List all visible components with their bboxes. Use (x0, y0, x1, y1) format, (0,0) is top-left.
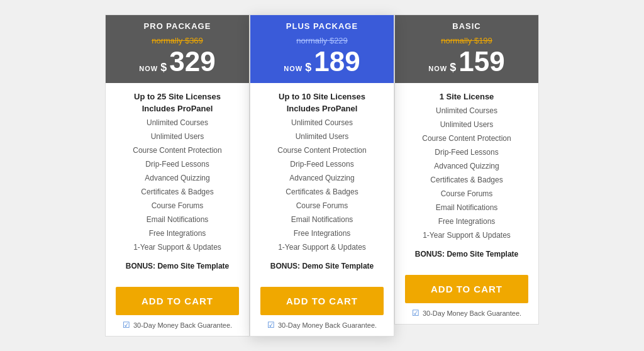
guarantee-plus: ☑30-Day Money Back Guarantee. (260, 320, 384, 330)
plan-bonus-plus: BONUS: Demo Site Template (260, 262, 384, 270)
feature-item: Drip-Feed Lessons (405, 145, 528, 159)
feature-item: Up to 25 Site Licenses (116, 92, 239, 101)
feature-item: 1-Year Support & Updates (405, 228, 528, 242)
plan-plus: PLUS PACKAGEnormally $229NOW$189Up to 10… (250, 14, 394, 337)
feature-item: Course Content Protection (116, 143, 239, 157)
plan-header-pro: PRO PACKAGEnormally $369NOW$329 (106, 15, 249, 83)
add-to-cart-button-pro[interactable]: ADD TO CART (116, 287, 239, 315)
plan-footer-plus: ADD TO CART☑30-Day Money Back Guarantee. (250, 279, 394, 336)
feature-item: Drip-Feed Lessons (260, 157, 384, 171)
feature-item: Unlimited Courses (260, 116, 384, 130)
plan-features-plus: Up to 10 Site LicensesIncludes ProPanelU… (250, 83, 394, 279)
check-icon: ☑ (267, 320, 275, 330)
feature-item: Unlimited Users (405, 118, 528, 131)
plan-price-row-pro: NOW$329 (111, 48, 244, 75)
plan-features-basic: 1 Site LicenseUnlimited CoursesUnlimited… (395, 83, 538, 267)
plan-price-row-basic: NOW$159 (400, 48, 533, 75)
feature-item: Course Content Protection (405, 131, 528, 145)
add-to-cart-button-basic[interactable]: ADD TO CART (405, 275, 528, 303)
guarantee-pro: ☑30-Day Money Back Guarantee. (116, 320, 239, 330)
feature-item: Includes ProPanel (260, 104, 384, 113)
feature-item: 1-Year Support & Updates (116, 240, 239, 254)
plan-price-pro: 329 (169, 48, 215, 75)
plan-pro: PRO PACKAGEnormally $369NOW$329Up to 25 … (105, 14, 250, 337)
plan-features-pro: Up to 25 Site LicensesIncludes ProPanelU… (106, 83, 249, 279)
feature-item: Course Forums (405, 187, 528, 201)
plan-footer-pro: ADD TO CART☑30-Day Money Back Guarantee. (106, 279, 249, 336)
plan-bonus-basic: BONUS: Demo Site Template (405, 250, 528, 259)
plan-normally-basic: normally $199 (400, 36, 533, 45)
plan-dollar-plus: $ (305, 61, 311, 74)
plan-header-plus: PLUS PACKAGEnormally $229NOW$189 (250, 15, 394, 83)
plan-price-row-plus: NOW$189 (255, 48, 389, 75)
plan-footer-basic: ADD TO CART☑30-Day Money Back Guarantee. (395, 267, 538, 324)
feature-item: Unlimited Courses (116, 116, 239, 130)
add-to-cart-button-plus[interactable]: ADD TO CART (260, 287, 384, 315)
feature-item: Free Integrations (116, 226, 239, 240)
plan-normally-pro: normally $369 (111, 36, 244, 45)
guarantee-text: 30-Day Money Back Guarantee. (423, 309, 521, 317)
plan-dollar-pro: $ (160, 61, 167, 74)
plan-basic: BASICnormally $199NOW$1591 Site LicenseU… (394, 14, 539, 325)
feature-item: Email Notifications (116, 213, 239, 226)
plan-title-plus: PLUS PACKAGE (255, 21, 389, 31)
plan-price-basic: 159 (458, 48, 504, 75)
feature-item: Advanced Quizzing (116, 171, 239, 185)
feature-item: 1-Year Support & Updates (260, 240, 384, 254)
feature-item: 1 Site License (405, 92, 528, 101)
plan-normally-plus: normally $229 (255, 36, 389, 45)
feature-item: Unlimited Users (260, 130, 384, 143)
plan-title-basic: BASIC (400, 21, 533, 31)
feature-item: Drip-Feed Lessons (116, 157, 239, 171)
pricing-container: PRO PACKAGEnormally $369NOW$329Up to 25 … (0, 2, 644, 349)
feature-item: Up to 10 Site Licenses (260, 92, 384, 101)
feature-item: Email Notifications (405, 201, 528, 214)
plan-now-label-basic: NOW (428, 65, 447, 72)
guarantee-basic: ☑30-Day Money Back Guarantee. (405, 308, 528, 318)
feature-item: Advanced Quizzing (405, 159, 528, 173)
feature-item: Course Forums (116, 199, 239, 213)
feature-item: Free Integrations (405, 214, 528, 228)
feature-item: Email Notifications (260, 213, 384, 226)
feature-item: Certificates & Badges (260, 185, 384, 199)
feature-item: Unlimited Courses (405, 104, 528, 118)
plan-now-label-pro: NOW (139, 65, 158, 72)
guarantee-text: 30-Day Money Back Guarantee. (278, 321, 377, 329)
check-icon: ☑ (412, 308, 419, 318)
feature-item: Advanced Quizzing (260, 171, 384, 185)
plan-header-basic: BASICnormally $199NOW$159 (395, 15, 538, 83)
feature-item: Free Integrations (260, 226, 384, 240)
plan-dollar-basic: $ (450, 61, 456, 74)
feature-item: Course Forums (260, 199, 384, 213)
feature-item: Includes ProPanel (116, 104, 239, 113)
plan-bonus-pro: BONUS: Demo Site Template (116, 262, 239, 270)
plan-now-label-plus: NOW (284, 65, 303, 72)
plan-title-pro: PRO PACKAGE (111, 21, 244, 31)
guarantee-text: 30-Day Money Back Guarantee. (133, 321, 232, 329)
plan-price-plus: 189 (314, 48, 360, 75)
check-icon: ☑ (123, 320, 130, 330)
feature-item: Unlimited Users (116, 130, 239, 143)
feature-item: Certificates & Badges (116, 185, 239, 199)
feature-item: Course Content Protection (260, 143, 384, 157)
feature-item: Certificates & Badges (405, 173, 528, 187)
